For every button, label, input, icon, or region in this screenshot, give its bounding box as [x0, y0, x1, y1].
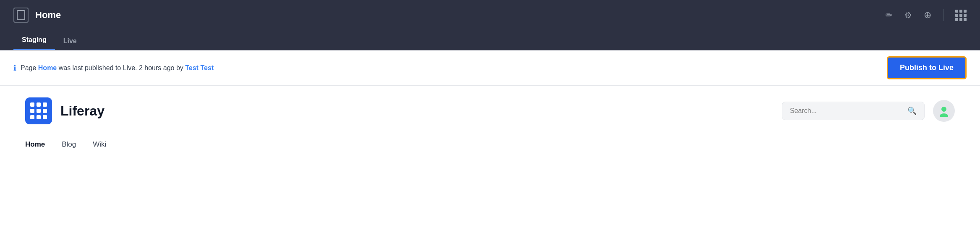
- site-header: Liferay 🔍: [0, 86, 980, 136]
- info-message-middle: was last published to Live. 2 hours ago …: [57, 64, 185, 71]
- edit-icon[interactable]: ✏: [886, 10, 893, 20]
- info-bar: ℹ Page Home was last published to Live. …: [0, 50, 980, 86]
- tab-live[interactable]: Live: [55, 32, 85, 50]
- compass-icon[interactable]: ⊕: [924, 10, 931, 21]
- site-header-right: 🔍: [782, 100, 955, 122]
- search-icon: 🔍: [907, 106, 917, 116]
- nav-item-home[interactable]: Home: [25, 140, 45, 149]
- page-title: Home: [35, 10, 61, 21]
- info-author: Test Test: [185, 64, 214, 71]
- site-nav: Home Blog Wiki: [0, 136, 980, 157]
- toolbar-divider: [943, 9, 943, 21]
- page-icon: [13, 8, 29, 23]
- site-logo: Liferay: [25, 97, 105, 124]
- tabs-bar: Staging Live: [0, 30, 980, 50]
- top-bar-right: ✏ ⚙ ⊕: [886, 9, 967, 21]
- publish-to-live-button[interactable]: Publish to Live: [887, 56, 967, 79]
- search-input[interactable]: [790, 107, 902, 115]
- gear-icon[interactable]: ⚙: [904, 10, 912, 20]
- svg-point-0: [941, 107, 946, 112]
- svg-point-1: [940, 113, 948, 117]
- info-page-name: Home: [38, 64, 57, 71]
- info-text: Page Home was last published to Live. 2 …: [21, 64, 214, 72]
- tab-staging[interactable]: Staging: [13, 31, 55, 50]
- nav-item-wiki[interactable]: Wiki: [93, 140, 106, 149]
- info-icon: ℹ: [13, 63, 16, 73]
- search-box[interactable]: 🔍: [782, 102, 925, 120]
- user-avatar[interactable]: [933, 100, 955, 122]
- info-message: ℹ Page Home was last published to Live. …: [13, 63, 214, 73]
- page-icon-inner: [17, 10, 25, 20]
- nav-item-blog[interactable]: Blog: [62, 140, 76, 149]
- top-bar-left: Home: [13, 8, 61, 23]
- apps-icon[interactable]: [955, 10, 967, 21]
- top-bar: Home ✏ ⚙ ⊕: [0, 0, 980, 30]
- site-name: Liferay: [60, 103, 105, 119]
- liferay-logo-icon: [25, 97, 52, 124]
